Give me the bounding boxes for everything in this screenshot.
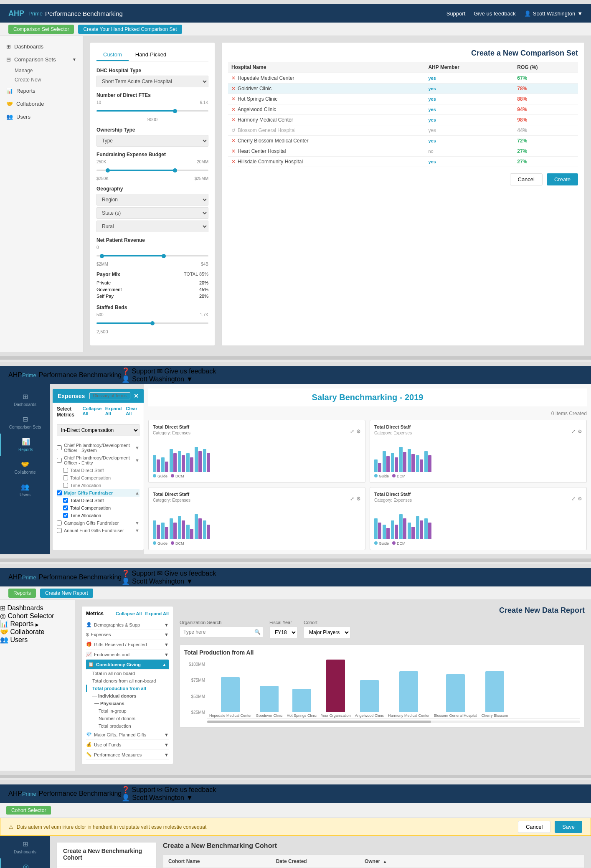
sidebar-item-dashboards-3[interactable]: ⊞ Dashboards — [0, 604, 75, 612]
collapse-all-link[interactable]: Collapse All — [82, 406, 101, 418]
metrics-item-gifts[interactable]: 🎁 Gifts Received / Expected ▼ — [86, 640, 169, 650]
expand-icon[interactable]: ▼ — [135, 528, 140, 533]
settings-chart-icon-4[interactable]: ⚙ — [578, 496, 582, 502]
close-icon-expenses[interactable]: ✕ — [134, 393, 139, 399]
collapse-icon[interactable]: ▲ — [135, 490, 140, 495]
sidebar-item-collaborate-2[interactable]: 🤝 Collaborate — [0, 456, 50, 479]
sidebar-item-users-2[interactable]: 👥 Users — [0, 479, 50, 501]
sidebar-item-reports-2[interactable]: 📊 Reports — [0, 434, 50, 456]
cohort-selector-tab[interactable]: Cohort Selector — [6, 806, 51, 815]
expand-chart-icon-3[interactable]: ⤢ — [350, 496, 354, 502]
metrics-item-major-gifts[interactable]: 💎 Major Gifts, Planned Gifts ▼ — [86, 730, 169, 740]
time-allocation-cb2[interactable] — [63, 513, 68, 518]
clear-all-link[interactable]: Clear All — [126, 406, 140, 418]
remove-icon[interactable]: ✕ — [231, 138, 236, 144]
sort-icon[interactable]: ▲ — [383, 859, 387, 864]
total-compensation-cb2[interactable] — [63, 505, 68, 510]
sidebar-item-comparison-sets-1[interactable]: ⊟ Comparison Sets ▼ — [0, 53, 83, 66]
expenses-category-select[interactable]: In-Direct Compensation — [57, 424, 140, 436]
sidebar-item-reports-1[interactable]: 📊 Reports — [0, 84, 83, 97]
remove-icon[interactable]: ✕ — [231, 86, 236, 91]
metrics-item-endowments[interactable]: 📈 Endowments and ▼ — [86, 650, 169, 660]
support-link-4[interactable]: ❓ Support — [122, 786, 155, 793]
feedback-link-2[interactable]: ✉ Give us feedback — [157, 368, 216, 375]
user-dropdown-icon-1[interactable]: ▼ — [577, 10, 583, 17]
hospital-type-select[interactable]: Short Term Acute Care Hospital — [96, 76, 208, 87]
settings-chart-icon-3[interactable]: ⚙ — [356, 496, 361, 502]
sidebar-item-users-1[interactable]: 👥 Users — [0, 110, 83, 123]
user-dropdown-icon-4[interactable]: ▼ — [186, 794, 193, 802]
sidebar-item-collaborate-3[interactable]: 🤝 Collaborate — [0, 628, 75, 636]
metrics-sub-nonboard[interactable]: Total in all non-board — [86, 670, 169, 677]
sidebar-item-reports-3[interactable]: 📊 Reports ▶ — [0, 620, 75, 628]
metrics-sub-total-ingroup[interactable]: Total in-group — [86, 707, 169, 715]
cpo-system-checkbox[interactable] — [57, 445, 62, 450]
org-search-input[interactable] — [180, 627, 263, 637]
create-hand-picked-btn[interactable]: Create Your Hand Picked Comparison Set — [78, 25, 182, 34]
total-direct-staff-cb1[interactable] — [63, 468, 68, 473]
sidebar-item-users-3[interactable]: 👥 Users — [0, 636, 75, 644]
staffed-beds-slider[interactable] — [96, 317, 208, 329]
expand-icon[interactable]: ▼ — [135, 445, 140, 450]
expand-chart-icon-4[interactable]: ⤢ — [571, 496, 576, 502]
expand-chart-icon-2[interactable]: ⤢ — [571, 429, 576, 434]
user-dropdown-icon-3[interactable]: ▼ — [186, 578, 193, 585]
save-button-4[interactable]: Save — [555, 821, 582, 833]
region-select[interactable]: Region — [96, 194, 208, 206]
total-compensation-cb1[interactable] — [63, 475, 68, 480]
sidebar-manage-1[interactable]: Manage — [0, 66, 83, 75]
tab-handpicked-1[interactable]: Hand-Picked — [129, 49, 173, 61]
feedback-link-1[interactable]: Give us feedback — [474, 10, 515, 17]
cancel-button-4[interactable]: Cancel — [518, 821, 550, 833]
sidebar-create-new-1[interactable]: Create New — [0, 75, 83, 84]
scroll-bar[interactable] — [207, 721, 580, 723]
major-gifts-cb[interactable] — [57, 490, 62, 495]
support-link-1[interactable]: Support — [446, 10, 466, 17]
expand-chart-icon-1[interactable]: ⤢ — [350, 429, 354, 434]
expand-all-link[interactable]: Expand All — [105, 406, 123, 418]
create-button-1[interactable]: Create — [547, 173, 578, 185]
cohort-type-geographical[interactable]: 🌍 Geographical — [57, 866, 156, 868]
tab-custom-1[interactable]: Custom — [96, 49, 129, 61]
remove-icon[interactable]: ✕ — [231, 96, 236, 102]
ownership-select[interactable]: Type — [96, 135, 208, 147]
cpo-entity-checkbox[interactable] — [57, 458, 62, 463]
rural-select[interactable]: Rural — [96, 221, 208, 232]
support-link-3[interactable]: ❓ Support — [122, 570, 155, 577]
metrics-item-performance[interactable]: 📏 Performance Measures ▼ — [86, 750, 169, 760]
sidebar-item-collaborate-1[interactable]: 🤝 Collaborate — [0, 97, 83, 110]
metrics-sub-total-production[interactable]: Total production — [86, 722, 169, 730]
collapse-all-metrics[interactable]: Collapse All — [116, 611, 142, 616]
fundraising-slider[interactable] — [96, 164, 208, 176]
remove-icon[interactable]: ✕ — [231, 107, 236, 112]
reports-breadcrumb-3[interactable]: Reports — [8, 589, 36, 598]
restore-icon[interactable]: ↺ — [231, 127, 236, 133]
metrics-item-demographics[interactable]: 👤 Demographics & Supp ▼ — [86, 620, 169, 630]
sidebar-item-cohort-4[interactable]: ◎ Cohort Selector — [0, 858, 50, 868]
annual-fund-cb[interactable] — [57, 528, 62, 533]
feedback-link-3[interactable]: ✉ Give us feedback — [157, 570, 216, 577]
cancel-button-1[interactable]: Cancel — [510, 173, 543, 185]
total-direct-staff-cb2[interactable] — [63, 498, 68, 503]
expand-all-metrics[interactable]: Expand All — [145, 611, 169, 616]
sidebar-item-dashboards-1[interactable]: ⊞ Dashboards — [0, 40, 83, 53]
metrics-sub-physicians[interactable]: — Physicians — [86, 700, 169, 707]
remove-icon[interactable]: ✕ — [231, 148, 236, 154]
user-dropdown-icon-2[interactable]: ▼ — [186, 376, 193, 383]
net-patient-slider[interactable] — [96, 250, 208, 262]
settings-chart-icon-1[interactable]: ⚙ — [356, 429, 361, 434]
metrics-sub-num-donors[interactable]: Number of donors — [86, 715, 169, 722]
metrics-sub-individual[interactable]: — Individual donors — [86, 692, 169, 700]
remove-icon[interactable]: ✕ — [231, 75, 236, 81]
sidebar-item-dashboards-2[interactable]: ⊞ Dashboards — [0, 388, 50, 411]
settings-chart-icon-2[interactable]: ⚙ — [578, 429, 582, 434]
metrics-sub-production-all[interactable]: Total production from all — [86, 685, 169, 692]
sidebar-item-dashboards-4[interactable]: ⊞ Dashboards — [0, 836, 50, 858]
support-link-2[interactable]: ❓ Support — [122, 368, 155, 375]
ftes-slider[interactable] — [96, 105, 208, 117]
expand-icon[interactable]: ▼ — [135, 458, 140, 463]
time-allocation-cb1[interactable] — [63, 483, 68, 488]
fiscal-year-select[interactable]: FY18 — [269, 627, 297, 638]
campaign-gifts-cb[interactable] — [57, 520, 62, 525]
cohort-select[interactable]: Major Players — [304, 627, 350, 638]
